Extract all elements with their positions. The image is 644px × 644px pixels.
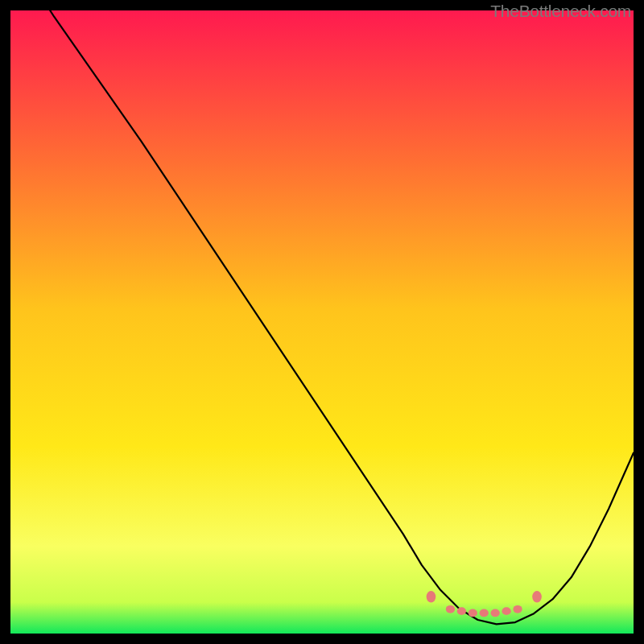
- gradient-background: [10, 10, 634, 634]
- optimal-marker: [446, 605, 455, 613]
- optimal-marker: [427, 591, 436, 603]
- optimal-marker: [532, 591, 542, 603]
- chart-svg: [10, 10, 634, 634]
- optimal-marker: [491, 609, 500, 617]
- optimal-marker: [513, 605, 522, 613]
- watermark-text: TheBottleneck.com: [490, 2, 631, 21]
- optimal-marker: [457, 607, 466, 615]
- optimal-marker: [502, 607, 510, 615]
- optimal-marker: [469, 609, 477, 617]
- chart-frame: [10, 10, 634, 634]
- optimal-marker: [480, 609, 489, 617]
